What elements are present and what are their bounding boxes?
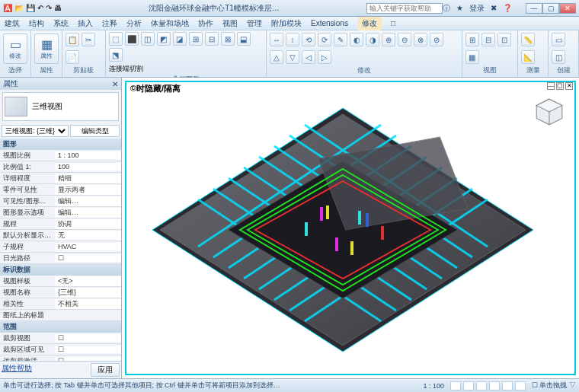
tab-附加模块[interactable]: 附加模块: [271, 18, 302, 29]
view-close-icon[interactable]: ✕: [565, 82, 573, 90]
maximize-button[interactable]: ▢: [542, 3, 559, 14]
tab-注释[interactable]: 注释: [102, 18, 117, 29]
view-instance-select[interactable]: 三维视图: {三维}: [2, 125, 69, 137]
ribbon-icon-修改-14[interactable]: ▷: [318, 50, 331, 64]
ribbon-icon-剪贴板-2[interactable]: 📄: [66, 50, 79, 64]
vc-crop-icon[interactable]: [502, 381, 513, 390]
ribbon-icon-修改-8[interactable]: ⊖: [398, 33, 411, 46]
type-selector[interactable]: 三维视图: [2, 92, 119, 121]
ribbon-icon-修改-7[interactable]: ⊕: [382, 33, 395, 46]
props-value[interactable]: ☐: [55, 334, 121, 342]
vc-hide-icon[interactable]: [515, 381, 526, 390]
qat-open-icon[interactable]: 📂: [14, 4, 24, 12]
ribbon-btn-修改[interactable]: ▭修改: [3, 33, 27, 64]
tab-修改[interactable]: 修改: [357, 17, 382, 30]
props-value[interactable]: HVAC: [55, 243, 121, 250]
ribbon-icon-修改-5[interactable]: ◐: [350, 33, 363, 46]
ribbon-icon-几何图形-5[interactable]: ⊞: [189, 32, 203, 46]
ribbon-icon-修改-12[interactable]: ▽: [286, 50, 299, 64]
properties-close-icon[interactable]: ✕: [112, 80, 118, 88]
props-value[interactable]: ☐: [55, 346, 121, 353]
tab-系统[interactable]: 系统: [53, 18, 69, 29]
apply-button[interactable]: 应用: [91, 363, 120, 377]
ribbon-icon-剪贴板-1[interactable]: ✂: [82, 33, 95, 46]
props-value[interactable]: 协调: [55, 219, 121, 229]
ribbon-icon-剪贴板-0[interactable]: 📋: [66, 33, 79, 46]
props-value[interactable]: 精细: [55, 174, 121, 183]
tab-结构[interactable]: 结构: [29, 18, 44, 29]
props-value[interactable]: 编辑…: [55, 208, 121, 218]
ribbon-icon-修改-0[interactable]: ↔: [270, 33, 283, 46]
props-value[interactable]: 无: [55, 231, 121, 241]
tab-视图[interactable]: 视图: [222, 18, 238, 29]
props-section-图形[interactable]: 图形: [0, 139, 121, 150]
props-value[interactable]: 显示两者: [55, 185, 121, 195]
help-search-input[interactable]: [366, 3, 443, 14]
ribbon-icon-测量-1[interactable]: 📐: [521, 50, 535, 64]
ribbon-icon-视图-3[interactable]: ▦: [465, 50, 479, 64]
props-value[interactable]: <无>: [55, 276, 121, 286]
ribbon-icon-视图-2[interactable]: ⊡: [497, 33, 511, 46]
ribbon-icon-测量-0[interactable]: 📏: [521, 33, 535, 46]
properties-help-link[interactable]: 属性帮助: [2, 363, 32, 377]
props-value[interactable]: ☐: [55, 254, 121, 262]
exchange-icon[interactable]: ✖: [491, 4, 497, 12]
status-scale[interactable]: 1 : 100: [423, 382, 444, 390]
ribbon-icon-几何图形-2[interactable]: ◫: [141, 32, 155, 46]
tab-分析[interactable]: 分析: [126, 18, 142, 29]
props-value[interactable]: 编辑…: [55, 196, 121, 206]
help-icon[interactable]: ❓: [503, 4, 512, 12]
ribbon-icon-几何图形-6[interactable]: ⊟: [205, 32, 219, 46]
minimize-button[interactable]: —: [526, 3, 542, 14]
app-icon[interactable]: 🅰️: [3, 4, 12, 12]
star-icon[interactable]: ★: [456, 4, 463, 12]
ribbon-icon-修改-4[interactable]: ✎: [334, 33, 347, 46]
ribbon-icon-几何图形-4[interactable]: ◪: [173, 32, 187, 46]
ribbon-icon-修改-2[interactable]: ⟲: [302, 33, 315, 46]
props-value[interactable]: 1 : 100: [55, 151, 121, 159]
qat-undo-icon[interactable]: ↶: [37, 4, 43, 12]
qat-redo-icon[interactable]: ↷: [46, 4, 52, 12]
tab-体量和场地[interactable]: 体量和场地: [151, 18, 189, 29]
ribbon-icon-几何图形-1[interactable]: ⬛: [125, 32, 139, 46]
ribbon-icon-几何图形-0[interactable]: ⬚: [109, 32, 123, 46]
vc-style-icon[interactable]: [463, 381, 474, 390]
ribbon-icon-创建-0[interactable]: ▭: [552, 33, 565, 46]
ribbon-icon-视图-0[interactable]: ⊞: [465, 33, 479, 46]
view-maximize-icon[interactable]: ▢: [556, 82, 564, 90]
tab-Extensions[interactable]: Extensions: [311, 19, 348, 27]
ribbon-icon-修改-11[interactable]: △: [270, 50, 283, 64]
props-section-范围[interactable]: 范围: [0, 321, 121, 333]
edit-type-button[interactable]: 编辑类型: [70, 125, 120, 137]
qat-save-icon[interactable]: 💾: [26, 4, 35, 12]
ribbon-btn-属性[interactable]: ▦属性: [34, 33, 59, 64]
ribbon-icon-修改-1[interactable]: ↕: [286, 33, 299, 46]
ribbon-icon-几何图形-8[interactable]: ⬓: [237, 32, 251, 46]
tab-协作[interactable]: 协作: [198, 18, 213, 29]
ribbon-icon-修改-13[interactable]: ◁: [302, 50, 315, 64]
props-value[interactable]: {三维}: [55, 288, 121, 298]
view-minimize-icon[interactable]: —: [547, 82, 555, 90]
ribbon-icon-几何图形-3[interactable]: ◩: [157, 32, 171, 46]
vc-shadow-icon[interactable]: [489, 381, 500, 390]
ribbon-icon-修改-6[interactable]: ◑: [366, 33, 379, 46]
props-value[interactable]: 100: [55, 163, 121, 171]
status-right[interactable]: ☐ 单击拖拽 ▽: [532, 381, 576, 390]
qat-print-icon[interactable]: 🖶: [54, 4, 62, 12]
ribbon-icon-修改-9[interactable]: ⊗: [414, 33, 427, 46]
drawing-canvas[interactable]: ©时隐藏/隔离 — ▢ ✕: [122, 78, 579, 378]
tab-插入[interactable]: 插入: [78, 18, 93, 29]
props-section-标识数据[interactable]: 标识数据: [0, 264, 121, 276]
info-icon[interactable]: ⓘ: [443, 3, 450, 14]
props-value[interactable]: 不相关: [55, 299, 121, 309]
vc-sun-icon[interactable]: [476, 381, 487, 390]
tab-管理[interactable]: 管理: [247, 18, 262, 29]
tab-建筑[interactable]: 建筑: [5, 18, 20, 29]
ribbon-icon-创建-1[interactable]: ◫: [552, 50, 565, 64]
vc-detail-icon[interactable]: [450, 381, 461, 390]
login-link[interactable]: 登录: [469, 3, 485, 14]
close-button[interactable]: ✕: [559, 3, 576, 14]
ribbon-icon-几何图形-9[interactable]: ⬔: [109, 48, 123, 62]
ribbon-icon-修改-3[interactable]: ⟳: [318, 33, 331, 46]
ribbon-icon-几何图形-7[interactable]: ⊠: [221, 32, 235, 46]
